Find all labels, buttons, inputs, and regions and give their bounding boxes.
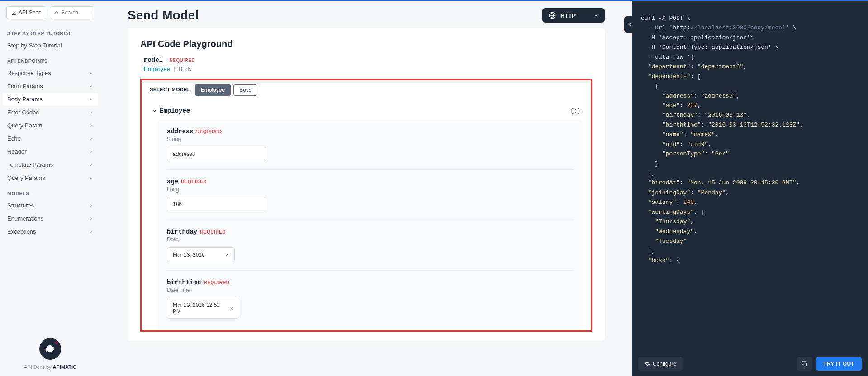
chevron-down-icon [89, 97, 93, 102]
type-body: Body [178, 66, 192, 72]
nav-item-label: Form Params [7, 83, 43, 89]
required-tag: REQUIRED [169, 58, 195, 63]
nav-item-response-types[interactable]: Response Types [0, 66, 100, 80]
field-age: age REQUIREDLong [167, 178, 574, 220]
nav-item-label: Enumerations [7, 215, 43, 222]
type-link-employee[interactable]: Employee [144, 66, 170, 72]
copy-icon [802, 361, 808, 367]
model-form-highlight: SELECT MODEL EmployeeBoss Employee {:} [140, 79, 592, 332]
model-tab-boss[interactable]: Boss [233, 84, 257, 96]
globe-icon [549, 12, 556, 19]
field-type: Long [167, 186, 574, 193]
birthtime-input[interactable]: Mar 13, 2016 12:52 PM× [167, 298, 239, 319]
nav-item-label: Structures [7, 202, 34, 209]
required-tag: REQUIRED [196, 129, 222, 134]
required-tag: REQUIRED [181, 179, 207, 184]
nav-item-query-params[interactable]: Query Params [0, 171, 100, 184]
model-tab-employee[interactable]: Employee [195, 84, 231, 96]
cloud-dev-icon [45, 344, 56, 353]
nav-item-form-params[interactable]: Form Params [0, 80, 100, 93]
nav-item-echo[interactable]: Echo [0, 132, 100, 145]
field-name: age REQUIRED [167, 178, 574, 185]
nav-item-structures[interactable]: Structures [0, 199, 100, 212]
search-input[interactable] [61, 9, 89, 16]
language-selector[interactable]: HTTP [542, 8, 605, 23]
section-label: MODELS [0, 184, 100, 199]
nav-item-label: Error Codes [7, 109, 39, 116]
search-input-wrapper[interactable] [50, 6, 94, 19]
nav-item-label: Template Params [7, 161, 53, 168]
chevron-down-icon [89, 123, 93, 128]
chevron-down-icon [152, 108, 157, 113]
chevron-down-icon [89, 136, 93, 141]
employee-collapse-header[interactable]: Employee {:} [150, 103, 583, 120]
nav-item-body-params[interactable]: Body Params [3, 93, 98, 106]
code-body[interactable]: curl -X POST \ --url 'http://localhost:3… [632, 1, 868, 352]
page-title: Send Model [128, 8, 199, 23]
nav-item-error-codes[interactable]: Error Codes [0, 106, 100, 119]
nav-item-label: Response Types [7, 70, 51, 76]
model-param-name: model [144, 56, 163, 64]
copy-button[interactable] [797, 357, 812, 371]
employee-header-label: Employee [160, 107, 190, 114]
field-value: Mar 13, 2016 12:52 PM [173, 302, 227, 315]
json-view-toggle[interactable]: {:} [570, 108, 581, 114]
field-value: Mar 13, 2016 [173, 252, 205, 258]
gear-icon [645, 361, 650, 367]
field-name: birthday REQUIRED [167, 228, 574, 235]
nav-item-label: Query Params [7, 174, 45, 181]
clear-icon[interactable]: × [230, 305, 233, 312]
field-name: birthtime REQUIRED [167, 279, 574, 286]
api-spec-button[interactable]: API Spec [6, 6, 46, 19]
select-model-label: SELECT MODEL [150, 87, 190, 92]
search-icon [55, 10, 59, 15]
address-input[interactable] [167, 147, 266, 161]
birthday-input[interactable]: Mar 13, 2016× [167, 247, 235, 262]
section-label: API ENDPOINTS [0, 52, 100, 66]
try-it-out-button[interactable]: TRY IT OUT [816, 357, 862, 371]
chevron-down-icon [89, 163, 93, 167]
download-icon [11, 10, 16, 15]
required-tag: REQUIRED [200, 230, 226, 235]
chevron-left-icon [627, 22, 632, 27]
footer-attribution: API Docs by APIMATIC [7, 364, 93, 370]
chevron-down-icon [89, 230, 93, 234]
nav-item-label: Step by Step Tutorial [7, 42, 62, 49]
nav-item-label: Exceptions [7, 228, 36, 235]
brand-badge[interactable] [39, 338, 61, 360]
field-type: Date [167, 236, 574, 243]
age-input[interactable] [167, 197, 266, 212]
sidebar: API Spec STEP BY STEP TUTORIALStep by St… [0, 1, 100, 376]
clear-icon[interactable]: × [225, 251, 229, 258]
nav-item-template-params[interactable]: Template Params [0, 158, 100, 171]
chevron-down-icon [89, 203, 93, 208]
chevron-down-icon [89, 150, 93, 154]
api-spec-label: API Spec [19, 9, 41, 16]
field-name: address REQUIRED [167, 128, 574, 135]
svg-point-1 [56, 11, 58, 14]
nav-item-header[interactable]: Header [0, 145, 100, 158]
field-birthtime: birthtime REQUIREDDateTimeMar 13, 2016 1… [167, 279, 574, 327]
playground-title: API Code Playground [128, 28, 605, 54]
nav-item-enumerations[interactable]: Enumerations [0, 212, 100, 225]
chevron-down-icon [89, 110, 93, 115]
nav-item-step-by-step-tutorial[interactable]: Step by Step Tutorial [0, 39, 100, 52]
language-label: HTTP [560, 12, 576, 19]
required-tag: REQUIRED [204, 280, 230, 285]
chevron-down-icon [594, 13, 598, 18]
svg-rect-5 [804, 363, 806, 366]
nav-item-exceptions[interactable]: Exceptions [0, 225, 100, 238]
code-panel: curl -X POST \ --url 'http://localhost:3… [632, 1, 868, 376]
configure-label: Configure [653, 361, 676, 367]
chevron-down-icon [89, 71, 93, 75]
type-breadcrumb: Employee | Body [128, 64, 605, 79]
chevron-down-icon [89, 216, 93, 221]
configure-button[interactable]: Configure [638, 357, 683, 371]
chevron-down-icon [89, 176, 93, 180]
field-type: String [167, 136, 574, 142]
section-label: STEP BY STEP TUTORIAL [0, 24, 100, 39]
collapse-code-button[interactable] [624, 16, 635, 33]
nav-item-query-param[interactable]: Query Param [0, 119, 100, 132]
nav-item-label: Header [7, 148, 27, 155]
chevron-down-icon [89, 84, 93, 89]
